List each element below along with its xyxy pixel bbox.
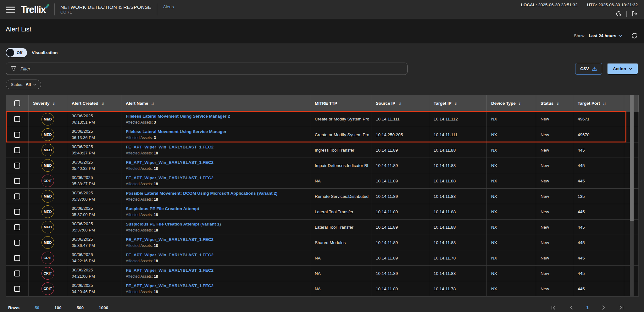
rows-per-page-option-50[interactable]: 50 (35, 305, 39, 310)
next-page-button[interactable] (602, 305, 606, 310)
alert-name-link[interactable]: Fileless Lateral Movement Using Service … (126, 129, 306, 134)
target-port-cell: 49670 (573, 127, 624, 142)
alert-name-link[interactable]: FE_APT_Wiper_Win_EARLYBLAST_1.FEC2 (126, 160, 306, 165)
hamburger-menu-icon[interactable] (6, 7, 15, 13)
row-checkbox[interactable] (14, 286, 20, 292)
alert-name-link[interactable]: FE_APT_Wiper_Win_EARLYBLAST_1.FEC2 (126, 237, 306, 242)
nav-item-alerts[interactable]: Alerts (163, 4, 174, 9)
row-checkbox[interactable] (14, 255, 20, 261)
row-checkbox[interactable] (14, 224, 20, 230)
row-checkbox[interactable] (14, 209, 20, 215)
column-header-port[interactable]: Target Port↓↑ (573, 95, 624, 112)
alert-name-link[interactable]: FE_APT_Wiper_Win_EARLYBLAST_1.FEC2 (126, 283, 306, 288)
mitre-ttp-cell: Create or Modify System Pro (310, 127, 371, 142)
row-checkbox[interactable] (14, 163, 20, 169)
device-type-cell: NX (487, 220, 536, 235)
affected-assets-label: Affected Assets: (126, 197, 153, 202)
csv-export-button[interactable]: CSV (575, 63, 602, 75)
column-header-created[interactable]: Alert Created↓↑ (67, 95, 121, 112)
sort-icon[interactable]: ↓↑ (454, 101, 457, 106)
last-page-button[interactable] (619, 305, 624, 310)
source-ip-cell: 10.14.11.89 (371, 220, 429, 235)
row-checkbox[interactable] (14, 147, 20, 153)
table-row[interactable]: CRIT 30/06/2025 04:22:16 PM FE_APT_Wiper… (6, 250, 639, 266)
alert-name-link[interactable]: Possible Lateral Movement: DCOM Using Mi… (126, 191, 306, 196)
affected-assets: Affected Assets: 18 (126, 197, 306, 202)
table-row[interactable]: CRIT 30/06/2025 04:20:46 PM FE_APT_Wiper… (6, 281, 639, 297)
status-cell: New (536, 112, 573, 127)
dark-mode-moon-icon[interactable] (615, 11, 622, 17)
local-time-label: LOCAL: (521, 3, 537, 7)
rows-per-page-option-1000[interactable]: 1000 (99, 305, 108, 310)
action-button[interactable]: Action (607, 63, 638, 75)
rows-per-page-option-500[interactable]: 500 (77, 305, 84, 310)
target-ip-cell: 10.14.11.88 (429, 142, 487, 158)
row-checkbox[interactable] (14, 270, 20, 276)
sort-icon[interactable]: ↓↑ (398, 101, 401, 106)
alert-name-link[interactable]: Fileless Lateral Movement Using Service … (126, 114, 306, 119)
filter-input[interactable] (20, 66, 402, 71)
table-row[interactable]: CRIT 30/06/2025 05:38:27 PM FE_APT_Wiper… (6, 173, 639, 189)
device-type-cell: NX (487, 250, 536, 266)
filter-bar[interactable] (6, 63, 408, 75)
table-row[interactable]: MED 30/06/2025 05:36:47 PM FE_APT_Wiper_… (6, 235, 639, 250)
row-checkbox[interactable] (14, 178, 20, 184)
row-checkbox[interactable] (14, 116, 20, 122)
row-checkbox[interactable] (14, 193, 20, 199)
alert-name-link[interactable]: FE_APT_Wiper_Win_EARLYBLAST_1.FEC2 (126, 253, 306, 257)
status-filter-chip[interactable]: Status: All (6, 80, 41, 89)
table-row[interactable]: MED 30/06/2025 06:13:36 PM Fileless Late… (6, 127, 639, 142)
alert-name-link[interactable]: FE_APT_Wiper_Win_EARLYBLAST_1.FEC2 (126, 176, 306, 180)
rows-per-page-option-100[interactable]: 100 (54, 305, 62, 310)
column-header-name[interactable]: Alert Name↓↑ (121, 95, 310, 112)
column-header-target_ip[interactable]: Target IP↓↑ (429, 95, 487, 112)
sort-icon[interactable]: ↓↑ (151, 101, 154, 106)
table-row[interactable]: MED 30/06/2025 05:40:37 PM FE_APT_Wiper_… (6, 142, 639, 158)
alert-name-link[interactable]: FE_APT_Wiper_Win_EARLYBLAST_1.FEC2 (126, 145, 306, 149)
alert-name-link[interactable]: Suspicious PE File Creation Attempt (Var… (126, 222, 306, 226)
column-label: MITRE TTP (315, 101, 337, 106)
sort-icon[interactable]: ↓↑ (519, 101, 521, 106)
column-header-source_ip[interactable]: Source IP↓↑ (371, 95, 429, 112)
table-row[interactable]: CRIT 30/06/2025 04:21:06 PM FE_APT_Wiper… (6, 266, 639, 281)
status-cell: New (536, 127, 573, 142)
select-all-checkbox[interactable] (14, 100, 20, 106)
divider (54, 3, 55, 15)
table-row[interactable]: MED 30/06/2025 05:37:00 PM Possible Late… (6, 189, 639, 204)
affected-assets-count: 18 (154, 166, 158, 171)
refresh-icon[interactable] (631, 32, 638, 39)
alert-name-link[interactable]: FE_APT_Wiper_Win_EARLYBLAST_1.FEC2 (126, 268, 306, 273)
previous-page-button[interactable] (569, 305, 573, 310)
source-ip-cell: 10.14.11.89 (371, 281, 429, 297)
select-all-header (6, 95, 29, 112)
alert-name-link[interactable]: Suspicious PE File Creation Attempt (126, 206, 306, 211)
column-header-severity[interactable]: Severity↓↑ (29, 95, 67, 112)
sort-icon[interactable]: ↓↑ (53, 101, 55, 106)
product-title: NETWORK DETECTION & RESPONSE CORE (60, 4, 151, 15)
alert-created-date: 30/06/2025 (72, 237, 117, 242)
column-header-status[interactable]: Status↓↑ (536, 95, 573, 112)
sort-icon[interactable]: ↓↑ (603, 101, 606, 106)
affected-assets-label: Affected Assets: (126, 136, 153, 140)
table-row[interactable]: MED 30/06/2025 05:37:00 PM Suspicious PE… (6, 220, 639, 235)
sort-icon[interactable]: ↓↑ (556, 101, 559, 106)
mitre-ttp-cell: NA (310, 266, 371, 281)
time-range-dropdown[interactable]: Last 24 hours (589, 33, 622, 38)
affected-assets-count: 18 (154, 274, 158, 279)
visualization-toggle[interactable]: Off (6, 48, 27, 57)
table-row[interactable]: MED 30/06/2025 05:37:00 PM Suspicious PE… (6, 204, 639, 220)
first-page-button[interactable] (551, 305, 556, 310)
product-subtitle: CORE (60, 10, 151, 15)
mitre-ttp-cell: NA (310, 250, 371, 266)
sort-icon[interactable]: ↓↑ (101, 101, 104, 106)
scrollbar-thumb[interactable] (630, 95, 634, 221)
table-row[interactable]: MED 30/06/2025 05:40:32 PM FE_APT_Wiper_… (6, 158, 639, 173)
table-row[interactable]: MED 30/06/2025 06:13:51 PM Fileless Late… (6, 112, 639, 127)
row-checkbox[interactable] (14, 132, 20, 138)
row-checkbox[interactable] (14, 240, 20, 246)
column-header-device[interactable]: Device Type↓↑ (487, 95, 536, 112)
affected-assets-count: 18 (154, 259, 158, 263)
product-name: NETWORK DETECTION & RESPONSE (60, 4, 151, 10)
affected-assets: Affected Assets: 18 (126, 182, 306, 186)
logout-icon[interactable] (631, 11, 638, 17)
